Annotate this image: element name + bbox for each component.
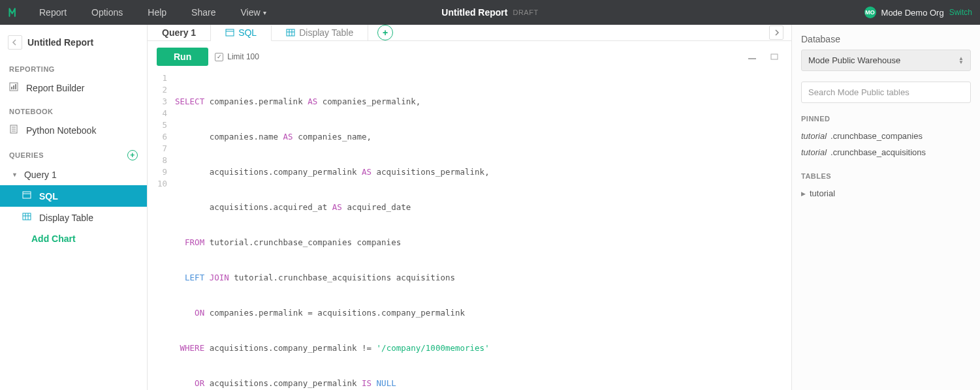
run-button[interactable]: Run xyxy=(157,48,208,66)
report-title-area: Untitled Report DRAFT xyxy=(441,7,538,18)
section-reporting: REPORTING xyxy=(0,56,147,77)
menu-help[interactable]: Help xyxy=(148,7,166,18)
right-panel: Database Mode Public Warehouse ▲▼ Search… xyxy=(792,25,980,390)
org-badge-icon: MO xyxy=(864,7,876,18)
svg-rect-16 xyxy=(287,29,294,36)
line-gutter: 12345 678910 xyxy=(148,72,171,390)
table-icon xyxy=(22,212,33,223)
report-title[interactable]: Untitled Report xyxy=(441,7,507,18)
code-area[interactable]: SELECT companies.permalink AS companies_… xyxy=(171,72,791,390)
report-builder-icon xyxy=(9,82,20,93)
svg-rect-10 xyxy=(23,213,31,220)
pinned-table-companies[interactable]: tutorial.crunchbase_companies xyxy=(801,128,971,144)
chevron-down-icon: ▼ xyxy=(12,172,18,178)
menu-options[interactable]: Options xyxy=(91,7,123,18)
pinned-table-acquisitions[interactable]: tutorial.crunchbase_acquisitions xyxy=(801,144,971,160)
sidebar-display-table[interactable]: Display Table xyxy=(0,207,147,228)
center-panel: Query 1 SQL Display Table + Run ✓ Limit … xyxy=(148,25,792,390)
query-label: Query 1 xyxy=(24,170,57,180)
sidebar-add-chart[interactable]: Add Chart xyxy=(0,228,147,249)
top-bar: Report Options Help Share View▾ Untitled… xyxy=(0,0,980,25)
database-select[interactable]: Mode Public Warehouse ▲▼ xyxy=(801,50,971,71)
app-logo[interactable] xyxy=(8,6,21,19)
add-tab-button[interactable]: + xyxy=(377,25,393,40)
sql-icon xyxy=(225,28,234,37)
table-search-input[interactable]: Search Mode Public tables xyxy=(801,82,971,103)
draft-badge: DRAFT xyxy=(513,8,538,16)
table-icon xyxy=(286,28,295,37)
sql-editor[interactable]: 12345 678910 SELECT companies.permalink … xyxy=(148,72,791,390)
tab-display-table[interactable]: Display Table xyxy=(272,25,368,40)
svg-rect-1 xyxy=(11,87,12,89)
svg-rect-14 xyxy=(226,29,234,36)
svg-rect-2 xyxy=(13,85,14,89)
database-heading: Database xyxy=(801,34,971,44)
top-menu: Report Options Help Share View▾ xyxy=(39,7,266,18)
section-notebook: NOTEBOOK xyxy=(0,98,147,119)
chevron-right-icon: ▶ xyxy=(801,190,806,197)
sidebar-report-builder[interactable]: Report Builder xyxy=(0,77,147,98)
display-table-label: Display Table xyxy=(39,213,93,223)
back-button[interactable] xyxy=(8,35,22,50)
sidebar-query-1[interactable]: ▼ Query 1 xyxy=(0,164,147,185)
tables-schema-tutorial[interactable]: ▶ tutorial xyxy=(801,185,971,202)
org-name: Mode Demo Org xyxy=(881,8,944,18)
section-queries: QUERIES + xyxy=(0,141,147,164)
sql-label: SQL xyxy=(39,191,58,202)
svg-rect-8 xyxy=(23,192,31,198)
sql-icon xyxy=(22,190,33,202)
python-notebook-label: Python Notebook xyxy=(26,125,96,136)
editor-toolbar: Run ✓ Limit 100 xyxy=(148,41,791,72)
tables-section: TABLES xyxy=(801,172,971,180)
select-arrows-icon: ▲▼ xyxy=(958,57,964,65)
sidebar-python-notebook[interactable]: Python Notebook xyxy=(0,119,147,141)
tabs-row: Query 1 SQL Display Table + xyxy=(148,25,791,41)
expand-right-button[interactable] xyxy=(769,25,783,40)
notebook-icon xyxy=(9,125,20,136)
limit-checkbox[interactable]: ✓ Limit 100 xyxy=(215,52,259,61)
add-query-button[interactable]: + xyxy=(127,150,138,160)
maximize-icon[interactable] xyxy=(767,52,782,61)
svg-rect-21 xyxy=(771,54,778,59)
sidebar-sql[interactable]: SQL xyxy=(0,185,147,207)
menu-share[interactable]: Share xyxy=(191,7,215,18)
left-sidebar: Untitled Report REPORTING Report Builder… xyxy=(0,25,148,390)
svg-rect-3 xyxy=(15,84,16,89)
checkbox-icon: ✓ xyxy=(215,53,223,61)
report-builder-label: Report Builder xyxy=(26,83,85,93)
minimize-icon[interactable] xyxy=(744,52,760,61)
tab-query-1[interactable]: Query 1 xyxy=(148,25,211,40)
sidebar-title: Untitled Report xyxy=(27,37,93,48)
switch-link[interactable]: Switch xyxy=(949,8,972,17)
chevron-down-icon: ▾ xyxy=(263,9,266,16)
pinned-section: PINNED xyxy=(801,115,971,123)
tab-sql[interactable]: SQL xyxy=(211,25,272,41)
menu-report[interactable]: Report xyxy=(39,7,67,18)
menu-view[interactable]: View▾ xyxy=(240,7,266,18)
org-switcher[interactable]: MO Mode Demo Org Switch xyxy=(864,7,972,18)
